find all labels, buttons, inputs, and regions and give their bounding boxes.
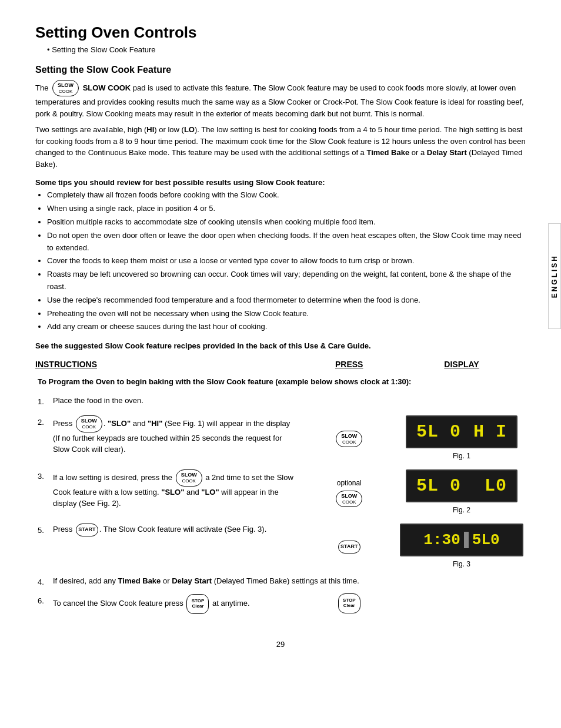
step-5-num: 5. xyxy=(38,524,49,536)
tips-list: Completely thaw all frozen foods before … xyxy=(47,189,526,333)
program-header-text: To Program the Oven to begin baking with… xyxy=(38,377,411,386)
step-3-text: If a low setting is desired, press the S… xyxy=(53,469,299,509)
side-tab-text: ENGLISH xyxy=(550,254,559,298)
page-content: ENGLISH Setting Oven Controls • Setting … xyxy=(0,0,561,672)
stop-press-btn[interactable]: STOP Clear xyxy=(338,593,360,613)
slow-cook-press-btn-2[interactable]: SLOW COOK xyxy=(336,431,362,447)
stop-btn-inline-step6[interactable]: STOP Clear xyxy=(186,594,209,614)
step-6-row: 6. To cancel the Slow Cook feature press… xyxy=(35,591,526,616)
slow-cook-press-btn-3[interactable]: SLOW COOK xyxy=(336,491,362,507)
step-2-num: 2. xyxy=(38,415,49,428)
intro-paragraph-2: Two settings are available, high (HI) or… xyxy=(35,124,526,170)
tip-item: Cover the foods to keep them moist or us… xyxy=(47,255,526,267)
step-3-num: 3. xyxy=(38,469,49,482)
fig3-label: Fig. 3 xyxy=(453,559,470,569)
slow-cook-badge-inline: SLOW COOK xyxy=(52,80,79,96)
tip-item: Do not open the oven door often or leave… xyxy=(47,230,526,254)
slow-cook-btn-step3[interactable]: SLOW COOK xyxy=(176,469,202,486)
tip-item: Use the recipe's recommended food temper… xyxy=(47,294,526,307)
step-3-row: 3. If a low setting is desired, press th… xyxy=(35,464,526,518)
step-4-text: If desired, add any Timed Bake or Delay … xyxy=(53,575,359,587)
see-line: See the suggested Slow Cook feature reci… xyxy=(35,341,526,350)
fig1-label: Fig. 1 xyxy=(453,451,470,461)
step-4-num: 4. xyxy=(38,575,49,588)
start-press-btn[interactable]: START xyxy=(338,541,360,553)
side-tab: ENGLISH xyxy=(548,223,561,329)
tip-item: Completely thaw all frozen foods before … xyxy=(47,189,526,202)
program-header-row: To Program the Oven to begin baking with… xyxy=(35,374,526,392)
instructions-col-header: INSTRUCTIONS xyxy=(35,360,301,374)
fig2-label: Fig. 2 xyxy=(453,505,470,515)
display-col-header: DISPLAY xyxy=(398,360,526,374)
step-2-display: 5L 0 H I Fig. 1 xyxy=(398,410,526,464)
section-title: Setting the Slow Cook Feature xyxy=(35,65,526,75)
step-1-text: Place the food in the oven. xyxy=(53,395,143,408)
display-fig1: 5L 0 H I xyxy=(406,415,517,448)
step-2-press: SLOW COOK xyxy=(301,410,398,464)
display-fig2: 5L 0 L0 xyxy=(406,469,517,502)
step-5-press: START xyxy=(301,518,398,572)
step-2-text: Press SLOW COOK . "SLO" and "HI" (See Fi… xyxy=(53,415,299,455)
intro-paragraph-1: The SLOW COOK SLOW COOK pad is used to a… xyxy=(35,80,526,119)
page-number: 29 xyxy=(35,640,526,649)
step-4-row: 4. If desired, add any Timed Bake or Del… xyxy=(35,572,526,591)
display-fig3: 1:30 5L0 xyxy=(400,524,523,556)
step-1-display xyxy=(398,392,526,410)
tip-item: Position multiple racks to accommodate s… xyxy=(47,216,526,229)
step-5-text: Press START . The Slow Cook feature will… xyxy=(53,524,266,536)
start-btn-inline-step5[interactable]: START xyxy=(76,524,98,536)
step-5-display: 1:30 5L0 Fig. 3 xyxy=(398,518,526,572)
step-6-text: To cancel the Slow Cook feature press ST… xyxy=(53,594,250,614)
tip-item: Preheating the oven will not be necessar… xyxy=(47,308,526,320)
toc-bullet: • Setting the Slow Cook Feature xyxy=(47,45,526,54)
step-6-num: 6. xyxy=(38,594,49,607)
blink-cursor xyxy=(464,532,469,548)
page-title: Setting Oven Controls xyxy=(35,24,526,42)
step-5-row: 5. Press START . The Slow Cook feature w… xyxy=(35,518,526,572)
step-1-num: 1. xyxy=(38,395,49,408)
step-1-row: 1. Place the food in the oven. xyxy=(35,392,526,410)
step-3-press: optional SLOW COOK xyxy=(301,464,398,518)
tip-item: Roasts may be left uncovered so browning… xyxy=(47,269,526,293)
step-1-press xyxy=(301,392,398,410)
step-2-row: 2. Press SLOW COOK . "SLO" and "HI" (See… xyxy=(35,410,526,464)
step-3-display: 5L 0 L0 Fig. 2 xyxy=(398,464,526,518)
step-6-display xyxy=(398,591,526,616)
step-6-press: STOP Clear xyxy=(301,591,398,616)
instructions-table: INSTRUCTIONS PRESS DISPLAY To Program th… xyxy=(35,360,526,616)
tip-item: When using a single rack, place in posit… xyxy=(47,203,526,215)
slow-cook-btn-step2[interactable]: SLOW COOK xyxy=(76,415,102,432)
tips-title: Some tips you should review for best pos… xyxy=(35,178,526,187)
optional-label: optional xyxy=(337,478,362,488)
press-col-header: PRESS xyxy=(301,360,398,374)
tip-item: Add any cream or cheese sauces during th… xyxy=(47,321,526,333)
